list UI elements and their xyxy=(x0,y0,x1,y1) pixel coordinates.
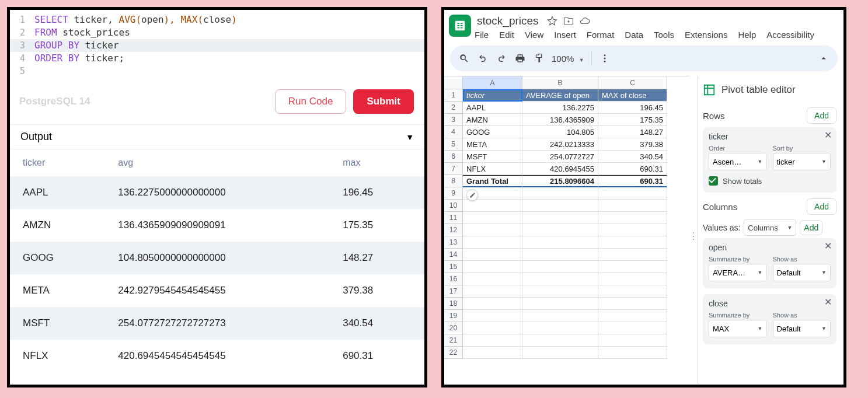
results-table: ticker avg max AAPL136.22750000000000001… xyxy=(10,149,424,372)
col-header-b[interactable]: B xyxy=(522,76,598,89)
close-icon[interactable]: ✕ xyxy=(824,298,832,307)
summarize-select[interactable]: AVERA…▼ xyxy=(709,264,767,281)
menu-bar: File Edit View Insert Format Data Tools … xyxy=(475,30,814,40)
columns-label: Columns xyxy=(703,202,737,212)
menu-edit[interactable]: Edit xyxy=(499,30,514,40)
values-as-label: Values as: xyxy=(703,223,740,232)
cell[interactable]: ticker xyxy=(463,89,522,102)
search-icon[interactable] xyxy=(458,53,470,64)
show-totals-checkbox[interactable] xyxy=(709,176,718,186)
row-header[interactable]: 1 xyxy=(444,89,463,102)
menu-file[interactable]: File xyxy=(475,30,489,40)
order-select[interactable]: Ascen…▼ xyxy=(709,153,767,170)
showas-select[interactable]: Default▼ xyxy=(773,264,831,281)
sortby-select[interactable]: ticker▼ xyxy=(773,153,831,170)
col-ticker: ticker xyxy=(10,149,105,176)
output-title: Output xyxy=(20,131,52,143)
rows-card-ticker: ✕ ticker Order Ascen…▼ Sort by ticker▼ S… xyxy=(703,127,836,193)
run-code-button[interactable]: Run Code xyxy=(275,89,347,114)
document-title[interactable]: stock_prices xyxy=(475,13,541,29)
move-folder-icon[interactable] xyxy=(563,16,574,26)
menu-view[interactable]: View xyxy=(525,30,543,40)
toolbar: 100% ▼ xyxy=(450,46,838,71)
values-card-close: ✕ close Summarize by MAX▼ Show as Defaul… xyxy=(703,294,836,344)
svg-point-1 xyxy=(604,58,605,60)
col-header-a[interactable]: A xyxy=(463,76,522,89)
table-row: NFLX420.6945454545454545690.31 xyxy=(10,340,424,372)
showas-select[interactable]: Default▼ xyxy=(773,320,831,337)
add-values-button[interactable]: Add xyxy=(800,220,822,235)
table-row: MSFT254.0772727272727273340.54 xyxy=(10,307,424,340)
values-card-open: ✕ open Summarize by AVERA…▼ Show as Defa… xyxy=(703,238,836,288)
undo-icon[interactable] xyxy=(477,53,489,64)
values-as-select[interactable]: Columns▼ xyxy=(744,219,796,236)
table-row: META242.9279545454545455379.38 xyxy=(10,274,424,307)
sql-editor[interactable]: 1SELECT ticker, AVG(open), MAX(close) 2F… xyxy=(10,10,424,83)
pivot-table-editor: Pivot table editor Rows Add ✕ ticker Ord… xyxy=(698,76,843,387)
summarize-select[interactable]: MAX▼ xyxy=(709,320,767,337)
line-number: 5 xyxy=(10,65,34,78)
zoom-select[interactable]: 100% ▼ xyxy=(552,54,584,64)
pivot-icon xyxy=(703,83,716,96)
edit-pivot-icon[interactable] xyxy=(466,189,478,201)
cloud-saved-icon[interactable] xyxy=(580,16,590,26)
star-icon[interactable] xyxy=(547,16,557,26)
menu-accessibility[interactable]: Accessibility xyxy=(766,30,814,40)
drag-handle-icon[interactable]: ⋮ xyxy=(689,76,698,387)
svg-point-0 xyxy=(604,54,605,56)
chevron-down-icon: ▼ xyxy=(406,132,414,142)
sql-toolbar: PostgreSQL 14 Run Code Submit xyxy=(10,83,424,124)
db-engine-badge: PostgreSQL 14 xyxy=(13,92,96,111)
spreadsheet-grid[interactable]: A B C 1 ticker AVERAGE of open MAX of cl… xyxy=(444,76,689,387)
output-header[interactable]: Output ▼ xyxy=(10,124,424,149)
google-sheets-panel: stock_prices File Edit View Insert Forma… xyxy=(441,7,846,387)
rows-label: Rows xyxy=(703,111,725,121)
cell[interactable]: AVERAGE of open xyxy=(522,89,598,102)
pivot-editor-title: Pivot table editor xyxy=(721,84,796,96)
line-number: 4 xyxy=(10,52,34,65)
add-rows-button[interactable]: Add xyxy=(807,107,836,124)
menu-insert[interactable]: Insert xyxy=(554,30,576,40)
sheets-logo-icon xyxy=(449,15,471,37)
col-max: max xyxy=(330,149,424,176)
paint-format-icon[interactable] xyxy=(533,53,545,64)
line-number: 3 xyxy=(10,39,34,52)
sql-runner-panel: 1SELECT ticker, AVG(open), MAX(close) 2F… xyxy=(7,7,427,387)
menu-data[interactable]: Data xyxy=(625,30,643,40)
submit-button[interactable]: Submit xyxy=(353,89,414,114)
more-vert-icon[interactable] xyxy=(599,53,611,64)
add-columns-button[interactable]: Add xyxy=(807,198,836,215)
table-row: AMZN136.4365909090909091175.35 xyxy=(10,209,424,242)
menu-help[interactable]: Help xyxy=(738,30,756,40)
menu-tools[interactable]: Tools xyxy=(654,30,674,40)
menu-format[interactable]: Format xyxy=(587,30,615,40)
redo-icon[interactable] xyxy=(496,53,507,64)
svg-point-2 xyxy=(604,61,605,62)
collapse-toolbar-icon[interactable] xyxy=(818,53,829,64)
line-number: 2 xyxy=(10,26,34,39)
select-all-corner[interactable] xyxy=(444,76,463,89)
col-header-c[interactable]: C xyxy=(598,76,667,89)
print-icon[interactable] xyxy=(514,53,526,64)
close-icon[interactable]: ✕ xyxy=(824,131,832,140)
cell[interactable]: MAX of close xyxy=(598,89,667,102)
table-row: GOOG104.8050000000000000148.27 xyxy=(10,242,424,274)
close-icon[interactable]: ✕ xyxy=(824,242,832,251)
col-avg: avg xyxy=(105,149,330,176)
table-row: AAPL136.2275000000000000196.45 xyxy=(10,176,424,209)
line-number: 1 xyxy=(10,13,34,26)
menu-extensions[interactable]: Extensions xyxy=(685,30,727,40)
